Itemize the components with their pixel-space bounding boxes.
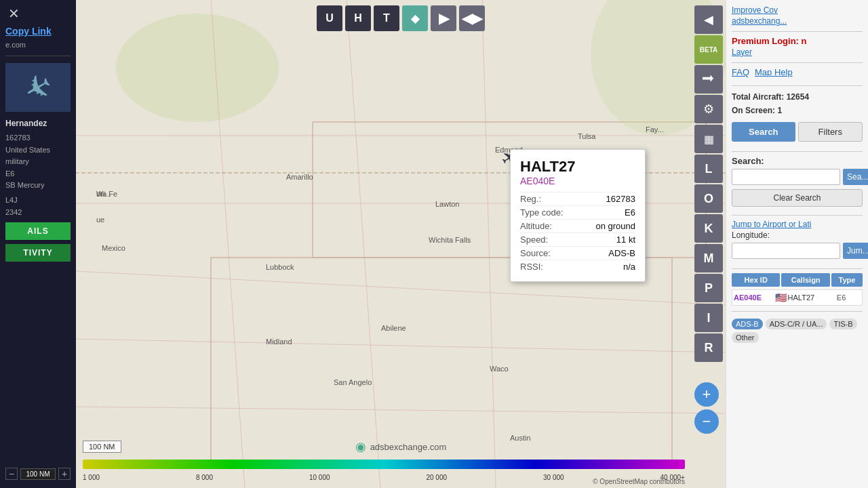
btn-u[interactable]: U [317,5,342,31]
faq-link[interactable]: FAQ [732,67,749,77]
btn-r[interactable]: R [694,333,723,362]
divider-2 [732,62,863,63]
divider-5 [732,215,863,216]
popup-source-label: Source: [520,248,551,258]
category-value: military [5,156,71,168]
search-button[interactable]: Search [732,122,795,142]
svg-point-3 [116,14,279,122]
adsb-url-link[interactable]: adsbexchang... [732,16,863,26]
btn-i[interactable]: I [694,304,723,332]
btn-l[interactable]: L [694,155,723,183]
source-tag-adsb[interactable]: ADS-B [732,319,763,329]
popup-source-row: Source: ADS-B [520,246,635,260]
popup-alt-value: on ground [595,221,635,231]
btn-stats[interactable]: ▦ [694,125,723,153]
zoom-in-button[interactable]: + [694,382,719,407]
divider-7 [732,311,863,312]
activity-button[interactable]: TIVITY [5,244,71,262]
city-lubbock: Lubbock [266,263,294,271]
btn-t[interactable]: T [374,5,399,31]
popup-callsign: HALT27 [520,158,635,176]
country-value: United States [5,144,71,157]
divider-3 [732,85,863,86]
aircraft-popup: HALT27 AE040E Reg.: 162783 Type code: E6… [510,149,646,282]
zoom-controls: + − [694,382,719,434]
logo-icon: ◉ [355,439,366,454]
btn-login[interactable]: ⮕ [694,65,723,94]
search-section-label: Search: [732,156,863,166]
col-header-hex[interactable]: Hex ID [732,273,780,287]
longitude-label: Longitude: [732,230,863,240]
svg-line-12 [76,407,726,413]
btn-o[interactable]: O [694,184,723,213]
btn-h[interactable]: H [345,5,371,31]
ac-type-value: E6 [837,293,861,302]
btn-beta[interactable]: BETA [694,35,723,64]
jump-input[interactable] [732,243,840,259]
city-amarillo: Amarillo [286,173,313,181]
source-tag-tisb[interactable]: TIS-B [829,319,856,329]
filters-button[interactable]: Filters [798,122,863,142]
city-albuquerque: ue [96,216,104,224]
scale-control: − 100 NM + [5,468,71,480]
city-santa-fe: nta Fe [96,190,117,198]
column-headers: Hex ID Callsign Type [732,273,863,287]
flight-value: L4J [5,195,71,207]
improve-coverage-link[interactable]: Improve Cov [732,5,863,15]
total-aircraft-label: Total Aircraft: [732,92,784,102]
zoom-out-button[interactable]: − [694,409,719,434]
layer-link[interactable]: Layer [732,47,863,57]
details-button[interactable]: AILS [5,222,71,240]
map-watermark: ◉ adsbexchange.com [355,439,447,454]
clear-search-button[interactable]: Clear Search [732,189,863,207]
scale-minus-button[interactable]: − [5,468,18,480]
cb-label-1: 8 000 [196,474,213,481]
search-input[interactable] [732,169,840,185]
popup-speed-label: Speed: [520,235,548,245]
map-area[interactable]: Amarillo Lubbock Midland San Angelo Abil… [76,0,726,488]
aircraft-image: ✈ [5,63,71,112]
search-row: Sea... [732,169,863,185]
ac-callsign-value: HALT27 [788,293,835,302]
jump-go-button[interactable]: Jum... [843,243,868,259]
source-tag-other[interactable]: Other [732,332,759,343]
popup-rssi-row: RSSI: n/a [520,260,635,273]
btn-next[interactable]: ▶ [431,5,456,31]
btn-p[interactable]: P [694,274,723,302]
btn-back[interactable]: ◀ [694,5,723,34]
scale-plus-button[interactable]: + [58,468,71,480]
ac-flag: 🇺🇸 [775,292,787,303]
btn-swap[interactable]: ◀▶ [459,5,485,31]
btn-layers[interactable]: ◆ [402,5,428,31]
popup-type-value: E6 [625,207,635,218]
source-tag-adsc[interactable]: ADS-C/R / UA... [766,319,827,329]
search-go-button[interactable]: Sea... [843,169,868,185]
popup-type-label: Type code: [520,207,564,218]
btn-settings[interactable]: ⚙ [694,95,723,123]
city-midland: Midland [266,338,292,346]
watermark-text: adsbexchange.com [370,442,447,452]
type-code-value: E6 [5,168,71,180]
divider-4 [732,151,863,152]
cb-label-2: 10 000 [309,474,330,481]
col-header-callsign[interactable]: Callsign [781,273,829,287]
city-waco: Waco [490,365,509,373]
cb-label-3: 20 000 [426,474,447,481]
svg-rect-2 [211,258,672,461]
on-screen-label: On Screen: [732,106,775,115]
left-panel: ✕ Copy Link e.com ✈ Hernandez 162783 Uni… [0,0,76,488]
city-austin: Austin [510,434,531,442]
btn-k[interactable]: K [694,214,723,243]
map-top-controls: U H T ◆ ▶ ◀▶ [317,5,485,31]
map-attribution: © OpenStreetMap contributors [593,478,685,485]
popup-reg-value: 162783 [606,194,635,204]
divider-1 [732,31,863,32]
scale-indicator: 100 NM [83,441,121,453]
url-display: e.com [0,39,76,53]
map-help-link[interactable]: Map Help [755,67,793,77]
close-button[interactable]: ✕ [4,4,23,23]
table-row[interactable]: AE040E 🇺🇸 HALT27 E6 [732,289,863,306]
jump-airport-link[interactable]: Jump to Airport or Lati [732,220,863,229]
btn-m[interactable]: M [694,244,723,272]
col-header-type[interactable]: Type [831,273,863,287]
